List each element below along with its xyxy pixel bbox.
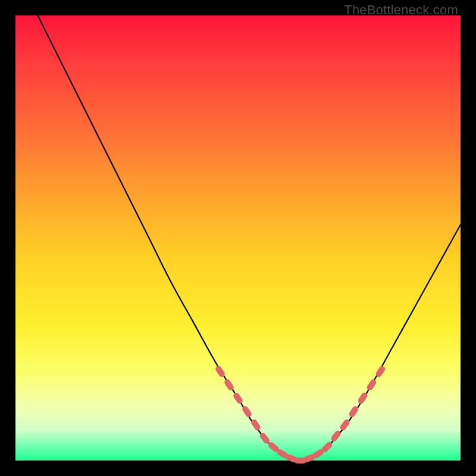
curve-marker xyxy=(366,378,377,392)
curve-marker xyxy=(232,392,243,405)
chart-svg xyxy=(15,15,461,461)
chart-frame xyxy=(15,15,461,461)
watermark-text: TheBottleneck.com xyxy=(344,2,458,18)
curve-path xyxy=(37,15,461,461)
curve-marker xyxy=(330,430,342,443)
curve-markers xyxy=(214,365,386,464)
